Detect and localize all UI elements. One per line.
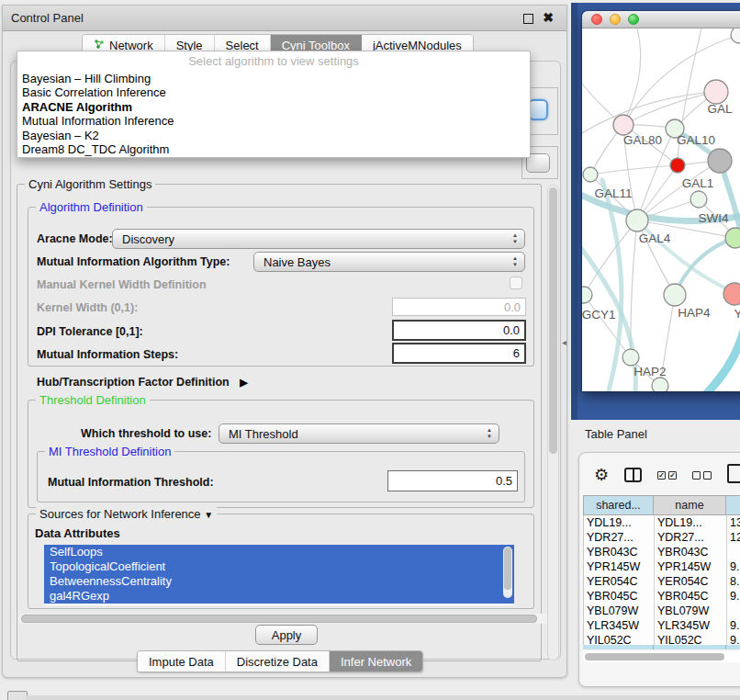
network-node[interactable] bbox=[670, 158, 685, 173]
algorithm-option-aracne-algorithm[interactable]: ARACNE Algorithm bbox=[17, 100, 530, 114]
network-window-titlebar[interactable] bbox=[582, 11, 740, 28]
network-node[interactable] bbox=[652, 378, 668, 391]
network-edge[interactable] bbox=[582, 92, 716, 139]
table-row[interactable]: YBL079WYBL079W bbox=[584, 604, 740, 618]
table-cell: YDL19... bbox=[584, 515, 655, 530]
column-header-extra[interactable] bbox=[726, 495, 740, 515]
vertical-scrollbar-thumb[interactable] bbox=[549, 187, 557, 454]
network-canvas[interactable]: GALGAL80GAL10GAL1GAL11GAL4SWI4GCY1HAP4YH… bbox=[582, 28, 740, 391]
table-row[interactable]: YIL052CYIL052C9. bbox=[584, 633, 740, 645]
minimize-traffic-light[interactable] bbox=[610, 14, 621, 25]
clipped-row-segment bbox=[654, 645, 726, 649]
dpi-tolerance-input[interactable]: 0.0 bbox=[392, 320, 526, 341]
unselect-all-checks-icon[interactable] bbox=[692, 471, 712, 480]
network-edge[interactable] bbox=[623, 28, 641, 125]
attribute-item-gal4rgexp[interactable]: gal4RGexp bbox=[44, 589, 514, 604]
settings-vertical-scrollbar[interactable] bbox=[547, 185, 559, 660]
data-attributes-list[interactable]: SelfLoopsTopologicalCoefficientBetweenne… bbox=[44, 545, 514, 605]
column-header-shared[interactable]: shared... bbox=[583, 495, 654, 515]
zoom-traffic-light[interactable] bbox=[628, 14, 639, 25]
network-node[interactable] bbox=[708, 149, 732, 173]
network-node-hap2[interactable] bbox=[622, 349, 639, 366]
bottom-tab-impute-data[interactable]: Impute Data bbox=[138, 651, 226, 672]
network-node-gcy1[interactable] bbox=[582, 287, 592, 303]
table-row[interactable]: YDR27...YDR27...12 bbox=[584, 530, 740, 545]
table-document-icon[interactable] bbox=[727, 464, 740, 483]
aracne-mode-select[interactable]: Discovery ▲▼ bbox=[112, 229, 525, 249]
kernel-width-input[interactable]: 0.0 bbox=[392, 298, 526, 316]
network-node-swi4[interactable] bbox=[725, 228, 740, 248]
list-scrollbar[interactable] bbox=[503, 547, 512, 598]
algorithm-option-bayesian-hill-climbing[interactable]: Bayesian – Hill Climbing bbox=[17, 72, 530, 85]
bottom-corner-button[interactable] bbox=[7, 691, 28, 700]
column-browser-icon[interactable] bbox=[624, 468, 642, 482]
network-node-y[interactable] bbox=[723, 283, 740, 305]
table-row[interactable]: YLR345WYLR345W9. bbox=[584, 618, 740, 633]
horizontal-scrollbar-thumb[interactable] bbox=[21, 615, 537, 623]
table-row[interactable]: YPR145WYPR145W9. bbox=[584, 559, 740, 574]
network-node[interactable] bbox=[731, 28, 740, 43]
node-label-y: Y bbox=[734, 307, 740, 321]
mi-algorithm-type-select[interactable]: Naive Bayes ▲▼ bbox=[253, 252, 525, 272]
clipped-row-segment bbox=[726, 645, 740, 649]
network-node-gal4[interactable] bbox=[626, 209, 648, 231]
algorithm-option-dream8-dc-tdc-algorithm[interactable]: Dream8 DC_TDC Algorithm bbox=[17, 142, 530, 156]
table-cell bbox=[727, 604, 740, 618]
float-window-icon[interactable] bbox=[523, 14, 533, 24]
network-edge[interactable] bbox=[623, 92, 716, 125]
table-row[interactable]: YDL19...YDL19...13 bbox=[584, 515, 740, 530]
attribute-item-betweennesscentrality[interactable]: BetweennessCentrality bbox=[44, 574, 514, 589]
table-row[interactable]: YER054CYER054C8. bbox=[584, 574, 740, 589]
apply-button[interactable]: Apply bbox=[255, 625, 318, 645]
list-scrollbar-thumb[interactable] bbox=[504, 548, 511, 590]
table-panel: ⚙ ✓✓ shared...name YDL19...YDL19...13YDR… bbox=[578, 452, 740, 687]
network-node-gal1[interactable] bbox=[690, 191, 707, 208]
mi-steps-label: Mutual Information Steps: bbox=[37, 348, 178, 361]
bottom-tab-label: Impute Data bbox=[149, 655, 214, 669]
table-scrollbar-thumb[interactable] bbox=[585, 653, 724, 660]
network-edge-weighted[interactable] bbox=[706, 321, 740, 391]
node-label-gal: GAL bbox=[707, 102, 733, 116]
mi-steps-input[interactable]: 6 bbox=[392, 343, 526, 364]
table-row[interactable]: YBR045CYBR045C9. bbox=[584, 589, 740, 604]
mi-threshold-input[interactable]: 0.5 bbox=[387, 470, 518, 491]
algorithm-option-bayesian-k2[interactable]: Bayesian – K2 bbox=[17, 129, 530, 142]
table-cell: YIL052C bbox=[584, 633, 655, 645]
close-traffic-light[interactable] bbox=[591, 14, 602, 25]
table-clipped-row-highlight bbox=[583, 645, 740, 649]
algorithm-option-basic-correlation-inference[interactable]: Basic Correlation Inference bbox=[17, 85, 530, 99]
hub-definition-expander[interactable]: Hub/Transcription Factor Definition ▶ bbox=[37, 376, 248, 389]
kernel-width-label: Kernel Width (0,1): bbox=[37, 301, 138, 314]
settings-horizontal-scrollbar[interactable] bbox=[18, 614, 549, 624]
select-all-checks-icon[interactable]: ✓✓ bbox=[657, 471, 677, 480]
table-cell: YPR145W bbox=[584, 559, 655, 574]
network-edge[interactable] bbox=[584, 295, 631, 357]
column-header-name[interactable]: name bbox=[654, 495, 726, 515]
network-node-hap4[interactable] bbox=[664, 284, 686, 306]
table-row[interactable]: YBR043CYBR043C bbox=[584, 545, 740, 559]
network-node-gal[interactable] bbox=[704, 80, 728, 104]
network-edge[interactable] bbox=[584, 220, 637, 295]
node-label-gal10: GAL10 bbox=[677, 133, 715, 147]
which-threshold-select[interactable]: MI Threshold ▲▼ bbox=[219, 423, 499, 444]
attribute-item-topologicalcoefficient[interactable]: TopologicalCoefficient bbox=[44, 559, 514, 574]
network-view-window: GALGAL80GAL10GAL1GAL11GAL4SWI4GCY1HAP4YH… bbox=[582, 11, 740, 391]
bottom-tab-discretize-data[interactable]: Discretize Data bbox=[226, 651, 330, 672]
algorithm-option-mutual-information-inference[interactable]: Mutual Information Inference bbox=[17, 114, 530, 128]
table-horizontal-scrollbar[interactable] bbox=[583, 651, 740, 662]
gear-icon[interactable]: ⚙ bbox=[594, 467, 609, 483]
algorithm-dropdown-items: Bayesian – Hill ClimbingBasic Correlatio… bbox=[17, 72, 530, 156]
node-label-gal80: GAL80 bbox=[623, 133, 662, 147]
network-edge[interactable] bbox=[590, 165, 678, 175]
bottom-tab-label: Discretize Data bbox=[237, 655, 318, 669]
close-icon[interactable]: ✖ bbox=[543, 10, 554, 25]
manual-kernel-width-checkbox[interactable] bbox=[510, 277, 522, 289]
network-node-gal80[interactable] bbox=[613, 115, 633, 135]
panel-splitter-collapse-icon[interactable]: ◂ bbox=[562, 337, 566, 347]
dpi-tolerance-label: DPI Tolerance [0,1]: bbox=[37, 325, 143, 338]
sources-group-title[interactable]: Sources for Network Inference ▼ bbox=[36, 507, 217, 521]
attribute-item-selfloops[interactable]: SelfLoops bbox=[44, 545, 514, 559]
bottom-tab-infer-network[interactable]: Infer Network bbox=[330, 651, 422, 672]
network-node-gal11[interactable] bbox=[583, 167, 598, 182]
table-cell: YBR043C bbox=[584, 545, 655, 559]
